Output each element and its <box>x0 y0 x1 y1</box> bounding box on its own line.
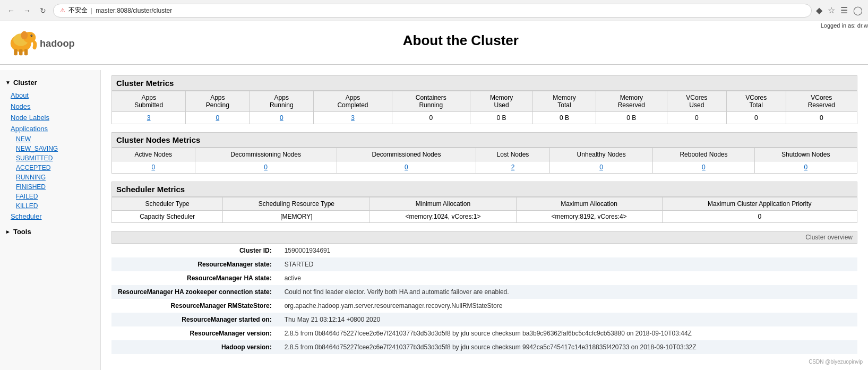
sidebar-item-node-labels[interactable]: Node Labels <box>0 112 100 123</box>
profile-icon[interactable]: ◯ <box>853 5 863 15</box>
col-maximum-allocation: Maximum Allocation <box>516 197 662 211</box>
sidebar-item-killed[interactable]: KILLED <box>0 201 100 211</box>
overview-label: Cluster ID: <box>111 244 278 257</box>
svg-point-5 <box>21 31 28 40</box>
overview-label: Hadoop version: <box>111 340 278 354</box>
val-vcores-used: 0 <box>667 112 726 124</box>
sidebar-item-failed[interactable]: FAILED <box>0 192 100 201</box>
svg-point-4 <box>31 35 32 36</box>
sidebar-item-submitted[interactable]: SUBMITTED <box>0 153 100 163</box>
security-icon: ⚠ <box>60 7 65 14</box>
back-button[interactable]: ← <box>5 5 17 16</box>
overview-label: ResourceManager HA state: <box>111 271 278 285</box>
cluster-overview-row: ResourceManager RMStateStore: org.apache… <box>111 299 857 313</box>
val-containers-running: 0 <box>392 112 470 124</box>
overview-value: org.apache.hadoop.yarn.server.resourcema… <box>278 299 857 313</box>
val-max-cluster-app-priority: 0 <box>662 211 857 223</box>
val-memory-used: 0 B <box>470 112 532 124</box>
cluster-nodes-metrics-title: Cluster Nodes Metrics <box>111 132 857 148</box>
col-vcores-used: VCoresUsed <box>667 91 726 112</box>
col-active-nodes: Active Nodes <box>112 148 195 161</box>
scheduler-metrics-row: Capacity Scheduler [MEMORY] <memory:1024… <box>112 211 857 223</box>
url-text: master:8088/cluster/cluster <box>96 7 172 14</box>
main-content: Cluster Metrics AppsSubmitted AppsPendin… <box>101 70 868 370</box>
val-apps-submitted: 3 <box>112 112 186 124</box>
svg-text:hadoop: hadoop <box>40 38 74 49</box>
col-memory-total: MemoryTotal <box>533 91 596 112</box>
col-apps-completed: AppsCompleted <box>314 91 392 112</box>
sidebar-item-new-saving[interactable]: NEW_SAVING <box>0 144 100 153</box>
sidebar-item-about[interactable]: About <box>0 90 100 101</box>
col-scheduling-resource-type: Scheduling Resource Type <box>223 197 370 211</box>
overview-label: ResourceManager state: <box>111 257 278 271</box>
cluster-overview-row: ResourceManager HA zookeeper connection … <box>111 285 857 299</box>
sidebar-item-finished[interactable]: FINISHED <box>0 182 100 192</box>
url-security-label: 不安全 <box>68 6 88 15</box>
val-memory-total: 0 B <box>533 112 596 124</box>
page-title: About the Cluster <box>101 32 821 49</box>
overview-label: ResourceManager HA zookeeper connection … <box>111 285 278 299</box>
logo-area: hadoop <box>0 21 101 60</box>
cluster-label: Cluster <box>13 79 37 87</box>
svg-rect-8 <box>24 49 28 56</box>
svg-point-3 <box>30 35 32 37</box>
page-title-area: About the Cluster <box>101 32 821 49</box>
col-scheduler-type: Scheduler Type <box>112 197 223 211</box>
cluster-overview-bar: Cluster overview <box>111 231 857 244</box>
overview-label: ResourceManager started on: <box>111 313 278 326</box>
bookmark-icon[interactable]: ☆ <box>828 5 835 15</box>
overview-value: Thu May 21 03:12:14 +0800 2020 <box>278 313 857 326</box>
col-minimum-allocation: Minimum Allocation <box>370 197 516 211</box>
menu-icon[interactable]: ☰ <box>840 5 848 15</box>
tools-label: Tools <box>13 228 31 236</box>
sidebar-item-new[interactable]: NEW <box>0 134 100 144</box>
val-apps-pending: 0 <box>186 112 250 124</box>
cluster-overview-row: ResourceManager version: 2.8.5 from 0b84… <box>111 326 857 340</box>
val-unhealthy-nodes: 0 <box>549 161 653 174</box>
cluster-overview-row: ResourceManager state: STARTED <box>111 257 857 271</box>
browser-chrome: ← → ↻ ⚠ 不安全 | master:8088/cluster/cluste… <box>0 0 868 21</box>
reload-button[interactable]: ↻ <box>37 5 49 16</box>
cluster-arrow-icon: ▼ <box>5 80 11 85</box>
sidebar-tools-header[interactable]: ► Tools <box>0 225 100 239</box>
sidebar-item-applications[interactable]: Applications <box>0 123 100 134</box>
cluster-nodes-row: 0 0 0 2 0 0 0 <box>112 161 857 174</box>
overview-value: 2.8.5 from 0b8464d75227fcee2c6e7f2410377… <box>278 340 857 354</box>
overview-value: 2.8.5 from 0b8464d75227fcee2c6e7f2410377… <box>278 326 857 340</box>
forward-button[interactable]: → <box>21 5 33 16</box>
val-minimum-allocation: <memory:1024, vCores:1> <box>370 211 516 223</box>
hadoop-logo: hadoop <box>5 24 74 56</box>
val-vcores-total: 0 <box>726 112 786 124</box>
cluster-metrics-title: Cluster Metrics <box>111 75 857 91</box>
col-apps-pending: AppsPending <box>186 91 250 112</box>
cluster-overview-row: ResourceManager started on: Thu May 21 0… <box>111 313 857 326</box>
val-maximum-allocation: <memory:8192, vCores:4> <box>516 211 662 223</box>
top-bar: hadoop About the Cluster Logged in as: d… <box>0 21 868 65</box>
col-lost-nodes: Lost Nodes <box>476 148 550 161</box>
sidebar-tools-section: ► Tools <box>0 225 100 239</box>
address-bar[interactable]: ⚠ 不安全 | master:8088/cluster/cluster <box>53 4 812 18</box>
cluster-overview-row: Cluster ID: 1590001934691 <box>111 244 857 257</box>
sidebar-item-scheduler[interactable]: Scheduler <box>0 211 100 222</box>
cluster-metrics-table: AppsSubmitted AppsPending AppsRunning Ap… <box>111 91 857 124</box>
col-containers-running: ContainersRunning <box>392 91 470 112</box>
val-apps-running: 0 <box>250 112 314 124</box>
sidebar-item-accepted[interactable]: ACCEPTED <box>0 163 100 173</box>
sidebar-cluster-section: ▼ Cluster About Nodes Node Labels Applic… <box>0 75 100 222</box>
sidebar: ▼ Cluster About Nodes Node Labels Applic… <box>0 70 101 370</box>
val-scheduling-resource-type: [MEMORY] <box>223 211 370 223</box>
sidebar-item-running[interactable]: RUNNING <box>0 173 100 182</box>
val-lost-nodes: 2 <box>476 161 550 174</box>
cluster-overview-table: Cluster ID: 1590001934691 ResourceManage… <box>111 244 857 354</box>
overview-value: 1590001934691 <box>278 244 857 257</box>
overview-value: active <box>278 271 857 285</box>
scheduler-metrics-title: Scheduler Metrics <box>111 182 857 197</box>
sidebar-cluster-header[interactable]: ▼ Cluster <box>0 75 100 90</box>
extensions-icon[interactable]: ◆ <box>816 5 822 15</box>
val-decommissioning-nodes: 0 <box>195 161 337 174</box>
sidebar-item-nodes[interactable]: Nodes <box>0 101 100 112</box>
cluster-metrics-row: 3 0 0 3 0 0 B 0 B 0 B 0 0 0 <box>112 112 857 124</box>
svg-rect-6 <box>14 49 18 56</box>
overview-value: STARTED <box>278 257 857 271</box>
tools-arrow-icon: ► <box>5 229 11 235</box>
